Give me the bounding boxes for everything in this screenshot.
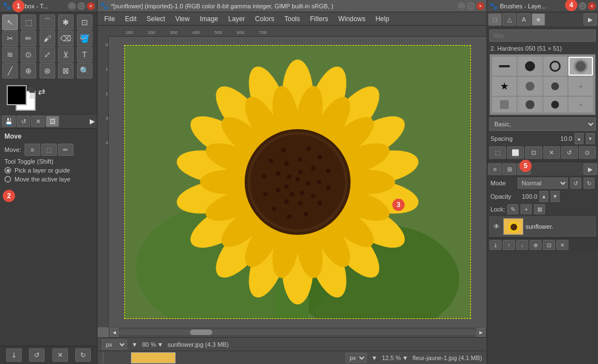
spacing-increment-button[interactable]: ▲ <box>575 133 584 144</box>
tool-preset-image-button[interactable]: 🖼 <box>46 116 59 127</box>
move-selection-button[interactable]: ⬚ <box>41 144 57 156</box>
toolbox-close-button[interactable]: × <box>87 2 95 10</box>
tool-fill[interactable]: 🪣 <box>77 31 93 46</box>
nav-zoom-dropdown-icon2[interactable]: ▼ <box>402 355 408 361</box>
lock-position-button[interactable]: + <box>521 204 532 214</box>
opacity-decrement-button[interactable]: ▼ <box>551 191 560 202</box>
layer-mode-undo-button[interactable]: ↺ <box>570 178 581 189</box>
move-active-row[interactable]: Move the active laye <box>4 175 93 184</box>
menu-help[interactable]: Help <box>371 14 394 24</box>
menu-layer[interactable]: Layer <box>224 14 250 24</box>
brush-action-btn-6[interactable]: ⊙ <box>579 146 596 159</box>
color-reset-icon[interactable]: ⬛⬜ <box>29 87 35 99</box>
toolbox-minimize-button[interactable]: _ <box>68 2 76 10</box>
layers-footer-btn-merge[interactable]: ⊡ <box>543 240 555 250</box>
opacity-increment-button[interactable]: ▲ <box>539 191 548 202</box>
brush-preview-grid[interactable]: ★ + + <box>489 54 596 115</box>
tool-magnify[interactable]: 🔍 <box>77 63 93 78</box>
tool-eraser[interactable]: ⌫ <box>58 31 74 46</box>
brush-action-btn-2[interactable]: ⬜ <box>507 146 524 159</box>
menu-image[interactable]: Image <box>195 14 222 24</box>
layers-tab-paths[interactable]: ⟱ <box>517 164 531 175</box>
brush-action-btn-4[interactable]: ✕ <box>543 146 560 159</box>
scrollbar-track-h[interactable] <box>119 329 477 335</box>
layers-footer-btn-up[interactable]: ↑ <box>503 240 515 250</box>
menu-tools[interactable]: Tools <box>280 14 304 24</box>
move-layer-button[interactable]: ≡ <box>25 144 40 156</box>
foreground-color-swatch[interactable] <box>7 85 27 105</box>
layers-footer-btn-duplicate[interactable]: ⊕ <box>529 240 542 250</box>
brush-tab-gradient[interactable]: △ <box>503 13 516 26</box>
brush-swatch-12[interactable]: + <box>568 97 593 112</box>
layers-tab-channels2[interactable]: ⊞ <box>503 164 516 175</box>
canvas-scrollbar-h[interactable]: ◀ ▶ <box>109 327 487 337</box>
brush-swatch-11[interactable] <box>543 97 568 112</box>
brushes-minimize-button[interactable]: _ <box>569 2 577 10</box>
scroll-right-button[interactable]: ▶ <box>477 328 485 337</box>
canvas-close-button[interactable]: × <box>477 2 484 10</box>
swap-colors-icon[interactable]: ⇄ <box>38 86 45 97</box>
brush-action-btn-3[interactable]: ⊡ <box>525 146 542 159</box>
tool-preset-restore-button[interactable]: ↺ <box>17 116 30 127</box>
layer-visibility-toggle[interactable]: 👁 <box>492 222 501 231</box>
tool-options-expand-button[interactable]: ▶ <box>90 117 95 125</box>
layers-footer-btn-delete[interactable]: ✕ <box>556 240 568 250</box>
menu-select[interactable]: Select <box>142 14 169 24</box>
layers-footer-btn-new[interactable]: ⤓ <box>489 240 502 250</box>
brush-tab-font[interactable]: A <box>517 13 531 26</box>
tool-preset-save-button[interactable]: 💾 <box>2 116 16 127</box>
canvas-minimize-button[interactable]: _ <box>458 2 465 10</box>
tool-move[interactable]: ↖ <box>2 14 18 30</box>
brush-swatch-7[interactable] <box>543 77 568 96</box>
brush-swatch-2[interactable] <box>518 57 542 76</box>
brush-panel-menu[interactable]: ▶ <box>584 13 597 26</box>
canvas-maximize-button[interactable]: □ <box>467 2 475 10</box>
scrollbar-thumb-h[interactable] <box>190 329 212 335</box>
toolbox-maximize-button[interactable]: □ <box>77 2 85 10</box>
layers-tab-menu[interactable]: ▶ <box>584 164 597 175</box>
tool-clone[interactable]: ⊠ <box>58 63 74 78</box>
menu-colors[interactable]: Colors <box>251 14 279 24</box>
toolbox-footer-btn-redo[interactable]: ↻ <box>75 348 91 362</box>
scroll-left-button[interactable]: ◀ <box>110 328 119 337</box>
brush-swatch-4[interactable] <box>568 57 593 76</box>
tool-scale[interactable]: ⤢ <box>40 47 55 62</box>
tool-rect-select[interactable]: ⬚ <box>21 14 36 30</box>
tool-shear[interactable]: ⊻ <box>58 47 74 62</box>
pick-layer-radio[interactable] <box>4 167 11 174</box>
brush-swatch-10[interactable] <box>518 97 542 112</box>
tool-by-color[interactable]: ⊡ <box>77 14 93 30</box>
brush-filter-input[interactable] <box>489 29 596 42</box>
lock-alpha-button[interactable]: ⊠ <box>534 204 545 214</box>
move-active-radio[interactable] <box>4 176 11 183</box>
tool-zoom[interactable]: ⊕ <box>21 63 36 78</box>
pick-layer-row[interactable]: Pick a layer or guide <box>4 166 93 175</box>
brush-swatch-5[interactable]: ★ <box>492 77 517 96</box>
tool-smudge[interactable]: ≋ <box>2 47 18 62</box>
tool-preset-delete-button[interactable]: ✕ <box>31 116 45 127</box>
brush-tab-pattern[interactable]: □ <box>488 13 502 26</box>
menu-edit[interactable]: Edit <box>120 14 141 24</box>
brushes-maximize-button[interactable]: □ <box>578 2 586 10</box>
menu-view[interactable]: View <box>171 14 194 24</box>
brush-tab-brush[interactable]: ★ <box>532 13 545 26</box>
layer-item[interactable]: 👁 sunflower. <box>489 217 596 237</box>
tool-paintbrush[interactable]: 🖌 <box>40 31 55 46</box>
tool-scissors[interactable]: ✂ <box>2 31 18 46</box>
canvas-image[interactable]: 3 <box>125 46 470 318</box>
menu-windows[interactable]: Windows <box>334 14 370 24</box>
unit-select[interactable]: px in mm <box>102 340 127 350</box>
toolbox-footer-btn-save[interactable]: ⤓ <box>6 348 22 362</box>
layers-footer-btn-down[interactable]: ↓ <box>516 240 528 250</box>
tool-dodge[interactable]: ⊙ <box>21 47 36 62</box>
tool-free-select[interactable]: ⌒ <box>40 14 55 30</box>
brush-swatch-1[interactable] <box>492 57 517 76</box>
brush-action-btn-5[interactable]: ↺ <box>561 146 578 159</box>
canvas-scroll-area[interactable]: 3 <box>109 37 487 327</box>
menu-filters[interactable]: Filters <box>305 14 333 24</box>
tool-pencil[interactable]: ✏ <box>21 31 36 46</box>
brush-action-btn-1[interactable]: ⬚ <box>489 146 506 159</box>
tool-line[interactable]: ╱ <box>2 63 18 78</box>
brush-swatch-3[interactable] <box>543 57 568 76</box>
layer-mode-select[interactable]: Normal Multiply Screen <box>518 178 568 189</box>
